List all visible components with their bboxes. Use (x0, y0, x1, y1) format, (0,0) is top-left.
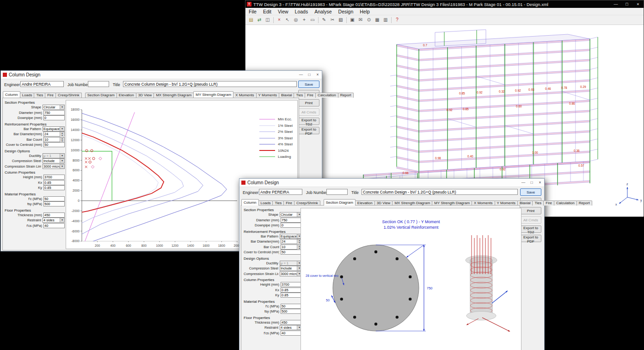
print-button[interactable]: Print (520, 207, 541, 214)
tab-x-moments[interactable]: X Moments (233, 93, 256, 98)
menu-help[interactable]: Help (356, 9, 373, 14)
field-compression-steel[interactable]: Include▾ (280, 266, 302, 271)
field-f-c-mpa[interactable] (281, 304, 302, 309)
field-f-cs-mpa[interactable] (43, 223, 65, 228)
field-bar-pattern[interactable]: Equispaced▾ (43, 126, 65, 131)
tab-report[interactable]: Report (338, 93, 354, 98)
field-compression-strain-limit[interactable]: 3000 microstrain▾ (280, 271, 302, 276)
grid-icon[interactable]: ▦ (374, 16, 381, 24)
title-input[interactable] (123, 81, 297, 87)
box-icon[interactable]: ▧ (337, 16, 344, 24)
field-input-bar-diameter-mm[interactable] (44, 132, 60, 136)
field-ky[interactable] (281, 293, 302, 298)
mail-icon[interactable]: ✉ (357, 16, 364, 24)
help-icon[interactable]: ? (393, 16, 401, 24)
minimize-button[interactable]: — (519, 179, 527, 187)
field-thickness-mm[interactable] (43, 212, 65, 218)
field-bar-count[interactable]: ▲▼ (43, 137, 65, 142)
field-cover-to-centroid-mm[interactable] (281, 250, 302, 255)
tab-biaxial[interactable]: Biaxial (279, 93, 294, 98)
field-shape[interactable]: Circular▾ (280, 212, 302, 217)
tab-section-diagram[interactable]: Section Diagram (324, 199, 356, 206)
tab-calculation[interactable]: Calculation (554, 200, 577, 206)
main-titlebar[interactable]: T TTW Design 3 - F:\TTW.Hub\191983 - MPa… (245, 0, 644, 8)
field-bar-diameter-mm[interactable]: ▲▼ (43, 131, 65, 137)
dialog-titlebar[interactable]: Column Design — □ × (239, 179, 544, 187)
save-button[interactable]: Save (520, 188, 541, 196)
field-bar-diameter-mm[interactable]: ▲▼ (281, 239, 302, 244)
menu-design[interactable]: Design (335, 9, 357, 14)
field-downpipe-mm[interactable] (43, 115, 65, 120)
tab-column[interactable]: Column (3, 91, 20, 98)
field-ky[interactable] (43, 185, 65, 190)
maximize-button[interactable]: □ (527, 179, 536, 187)
save-icon[interactable]: ◫ (264, 16, 271, 24)
tab-section-diagram[interactable]: Section Diagram (85, 93, 117, 98)
save-button[interactable]: Save (298, 81, 319, 88)
menu-edit[interactable]: Edit (260, 9, 275, 14)
field-thickness-mm[interactable] (281, 320, 302, 325)
import-icon[interactable]: ⇄ (256, 16, 263, 24)
tab-report[interactable]: Report (577, 200, 592, 206)
cut-icon[interactable]: ✂ (329, 16, 336, 24)
field-restraint[interactable]: 4 sides▾ (43, 218, 65, 223)
tab-mx-strength-diagram[interactable]: MX Strength Diagram (153, 93, 194, 98)
export-to-pdf-button[interactable]: Export to PDF (520, 235, 541, 242)
job-number-input[interactable] (326, 189, 348, 195)
comment-icon[interactable]: ⊙ (365, 16, 373, 24)
field-f-c-mpa[interactable] (43, 196, 65, 201)
tab-loads[interactable]: Loads (20, 93, 35, 98)
export-to-td2-button[interactable]: Export to TD2 (298, 118, 319, 125)
field-compression-strain-limit[interactable]: 3000 microstrain▾ (43, 164, 65, 169)
minimize-button[interactable]: — (610, 0, 621, 8)
field-restraint[interactable]: 4 sides▾ (280, 325, 302, 330)
field-bar-pattern[interactable]: Equispaced▾ (280, 234, 302, 239)
engineer-input[interactable] (259, 189, 302, 195)
field-cover-to-centroid-mm[interactable] (43, 142, 65, 147)
open-icon[interactable]: ▤ (247, 16, 255, 24)
field-kx[interactable] (43, 180, 65, 185)
maximize-button[interactable]: □ (621, 0, 632, 8)
engineer-input[interactable] (20, 81, 64, 87)
close-button[interactable]: × (313, 71, 322, 79)
field-height-mm[interactable] (43, 175, 65, 180)
field-bar-count[interactable]: ▲▼ (281, 244, 302, 250)
pencil-icon[interactable]: ✎ (320, 16, 328, 24)
chart-icon[interactable]: ▥ (382, 16, 389, 24)
field-input-bar-count[interactable] (281, 245, 297, 249)
tab-ties[interactable]: Ties (294, 93, 305, 98)
dialog-titlebar[interactable]: Column Design — □ × (1, 71, 322, 79)
tab-calculation[interactable]: Calculation (315, 93, 338, 98)
field-compression-steel[interactable]: Include▾ (43, 158, 65, 163)
tab-elevation[interactable]: Elevation (117, 93, 136, 98)
menu-loads[interactable]: Loads (292, 9, 312, 14)
tab-column[interactable]: Column (241, 199, 259, 206)
field-diameter-mm[interactable] (43, 110, 65, 115)
job-number-input[interactable] (88, 81, 109, 87)
field-input-bar-count[interactable] (44, 138, 60, 142)
close-button[interactable]: × (632, 0, 644, 8)
select-region-icon[interactable]: ▭ (309, 16, 316, 24)
tab-fire[interactable]: Fire (543, 200, 554, 206)
menu-file[interactable]: File (245, 9, 260, 14)
tab-my-strength-diagram[interactable]: MY Strength Diagram (193, 91, 233, 98)
export-to-pdf-button[interactable]: Export to PDF (298, 127, 319, 134)
pan-icon[interactable]: + (301, 16, 308, 24)
tab-ties[interactable]: Ties (34, 93, 45, 98)
field-f-cs-mpa[interactable] (281, 331, 302, 336)
field-downpipe-mm[interactable] (281, 223, 302, 228)
field-input-bar-diameter-mm[interactable] (281, 239, 297, 244)
close-button[interactable]: × (536, 179, 544, 187)
menu-analyse[interactable]: Analyse (311, 9, 335, 14)
zoom-icon[interactable]: ◎ (292, 16, 300, 24)
pointer-icon[interactable]: ↖ (284, 16, 291, 24)
field-diameter-mm[interactable] (281, 218, 302, 223)
print-button[interactable]: Print (298, 99, 319, 106)
minimize-button[interactable]: — (297, 71, 305, 79)
tab-ties[interactable]: Ties (532, 200, 544, 206)
spin-down-icon[interactable]: ▼ (60, 140, 64, 142)
tab-creep-shrink[interactable]: Creep/Shrink (55, 93, 82, 98)
delete-icon[interactable]: × (276, 16, 283, 24)
field-fsy-mpa[interactable] (43, 201, 65, 206)
printer-icon[interactable]: ▣ (349, 16, 356, 24)
